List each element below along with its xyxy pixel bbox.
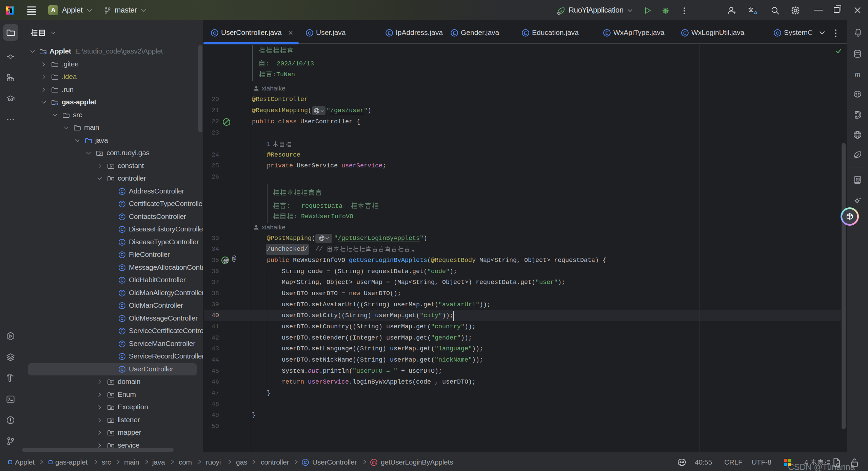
svg-text:C: C [308,30,311,36]
svg-text:C: C [120,303,123,308]
svg-text:E: E [388,30,391,36]
svg-text:C: C [776,30,779,36]
svg-text:C: C [120,354,123,359]
svg-text:C: C [120,240,123,245]
svg-text:C: C [120,367,123,372]
svg-text:C: C [120,278,123,283]
svg-text:A: A [857,178,859,181]
svg-text:C: C [683,30,687,36]
svg-text:C: C [120,329,123,333]
svg-text:C: C [120,265,123,270]
svg-text:E: E [605,30,608,36]
svg-text:C: C [120,189,123,194]
svg-text:C: C [304,460,307,465]
svg-text:C: C [120,316,123,321]
svg-text:C: C [213,30,216,36]
svg-text:E: E [524,30,527,36]
svg-text:m: m [372,460,376,465]
svg-text:C: C [120,291,123,295]
svg-text:C: C [120,252,123,257]
svg-text:C: C [120,342,123,346]
svg-text:E: E [453,30,456,36]
svg-text:m: m [854,69,861,79]
svg-text:A: A [754,10,757,15]
svg-text:C: C [120,227,123,232]
svg-text:C: C [120,202,123,206]
svg-text:C: C [120,214,123,219]
